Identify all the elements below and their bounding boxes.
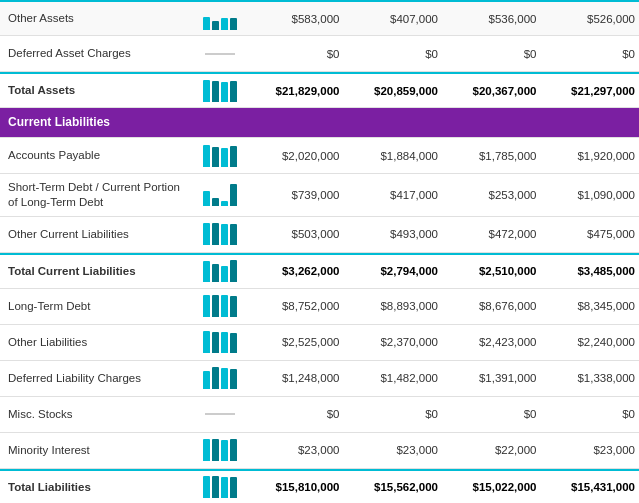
bar <box>203 371 210 389</box>
bar-chart <box>203 331 237 353</box>
row-label: Deferred Liability Charges <box>0 365 195 392</box>
bar <box>230 439 237 461</box>
row-value-2: $2,370,000 <box>344 330 443 354</box>
bar <box>203 191 210 206</box>
bar <box>203 17 210 30</box>
row-value-3: $0 <box>442 402 541 426</box>
row-value-3: $22,000 <box>442 438 541 462</box>
row-value-4: $0 <box>541 42 640 66</box>
row-value-1: $503,000 <box>245 222 344 246</box>
row-chart <box>195 256 245 286</box>
row-value-2: $407,000 <box>344 7 443 31</box>
row-value-1: $2,525,000 <box>245 330 344 354</box>
bar <box>221 368 228 389</box>
table-row: Total Assets$21,829,000$20,859,000$20,36… <box>0 72 639 108</box>
row-value-4: $526,000 <box>541 7 640 31</box>
bar-chart <box>203 295 237 317</box>
table-row: Total Liabilities$15,810,000$15,562,000$… <box>0 469 639 503</box>
row-value-2: $1,482,000 <box>344 366 443 390</box>
bar <box>221 477 228 498</box>
bar <box>230 333 237 353</box>
row-value-2: $15,562,000 <box>344 475 443 499</box>
row-value-3: $20,367,000 <box>442 79 541 103</box>
row-label: Short-Term Debt / Current Portion of Lon… <box>0 174 195 216</box>
row-label: Other Liabilities <box>0 329 195 356</box>
bar <box>212 21 219 30</box>
bar <box>212 367 219 389</box>
row-value-1: $583,000 <box>245 7 344 31</box>
bar <box>230 477 237 498</box>
row-value-3: $2,510,000 <box>442 259 541 283</box>
bar-chart <box>203 260 237 282</box>
row-value-1: $21,829,000 <box>245 79 344 103</box>
row-chart <box>195 363 245 393</box>
row-chart <box>195 141 245 171</box>
table-row: Other Current Liabilities$503,000$493,00… <box>0 217 639 253</box>
bar <box>230 146 237 167</box>
row-value-1: $0 <box>245 42 344 66</box>
row-value-4: $3,485,000 <box>541 259 640 283</box>
row-value-4: $1,090,000 <box>541 183 640 207</box>
table-row: Other Assets$583,000$407,000$536,000$526… <box>0 0 639 36</box>
row-chart <box>195 327 245 357</box>
row-value-4: $15,431,000 <box>541 475 640 499</box>
row-chart <box>195 4 245 34</box>
bar <box>230 81 237 102</box>
bar <box>212 198 219 206</box>
table-row: Total Current Liabilities$3,262,000$2,79… <box>0 253 639 289</box>
row-value-2: $0 <box>344 42 443 66</box>
row-value-2: $23,000 <box>344 438 443 462</box>
bar <box>221 295 228 317</box>
bar-chart <box>203 367 237 389</box>
bar <box>203 439 210 461</box>
row-value-3: $1,785,000 <box>442 144 541 168</box>
row-value-4: $21,297,000 <box>541 79 640 103</box>
bar <box>221 82 228 102</box>
bar <box>203 476 210 498</box>
table-row: Deferred Asset Charges$0$0$0$0 <box>0 36 639 72</box>
row-label: Long-Term Debt <box>0 293 195 320</box>
row-label: Other Current Liabilities <box>0 221 195 248</box>
row-chart <box>195 435 245 465</box>
row-chart <box>195 180 245 210</box>
row-chart <box>195 291 245 321</box>
row-value-1: $8,752,000 <box>245 294 344 318</box>
bar <box>203 223 210 245</box>
bar <box>230 184 237 206</box>
bar-chart <box>203 145 237 167</box>
row-value-3: $0 <box>442 42 541 66</box>
row-value-3: $8,676,000 <box>442 294 541 318</box>
row-label: Minority Interest <box>0 437 195 464</box>
row-label: Deferred Asset Charges <box>0 40 195 67</box>
bar <box>221 18 228 30</box>
table-row: Short-Term Debt / Current Portion of Lon… <box>0 174 639 217</box>
row-value-3: $15,022,000 <box>442 475 541 499</box>
bar <box>230 224 237 245</box>
bar-chart <box>203 8 237 30</box>
bar-chart <box>203 476 237 498</box>
row-value-1: $0 <box>245 402 344 426</box>
row-value-2: $0 <box>344 402 443 426</box>
row-chart <box>195 472 245 502</box>
row-value-2: $1,884,000 <box>344 144 443 168</box>
bar <box>203 145 210 167</box>
row-value-1: $15,810,000 <box>245 475 344 499</box>
bar <box>212 264 219 282</box>
row-value-2: $417,000 <box>344 183 443 207</box>
row-chart <box>195 219 245 249</box>
bar <box>230 18 237 30</box>
bar <box>212 332 219 353</box>
bar <box>212 223 219 245</box>
bar <box>212 439 219 461</box>
bar <box>221 148 228 167</box>
row-value-2: $493,000 <box>344 222 443 246</box>
bar <box>230 369 237 389</box>
dash-chart <box>200 53 240 55</box>
bar <box>203 80 210 102</box>
row-value-3: $253,000 <box>442 183 541 207</box>
table-row: Current Liabilities <box>0 108 639 138</box>
table-row: Other Liabilities$2,525,000$2,370,000$2,… <box>0 325 639 361</box>
table-row: Minority Interest$23,000$23,000$22,000$2… <box>0 433 639 469</box>
row-label: Accounts Payable <box>0 142 195 169</box>
bar-chart <box>203 439 237 461</box>
